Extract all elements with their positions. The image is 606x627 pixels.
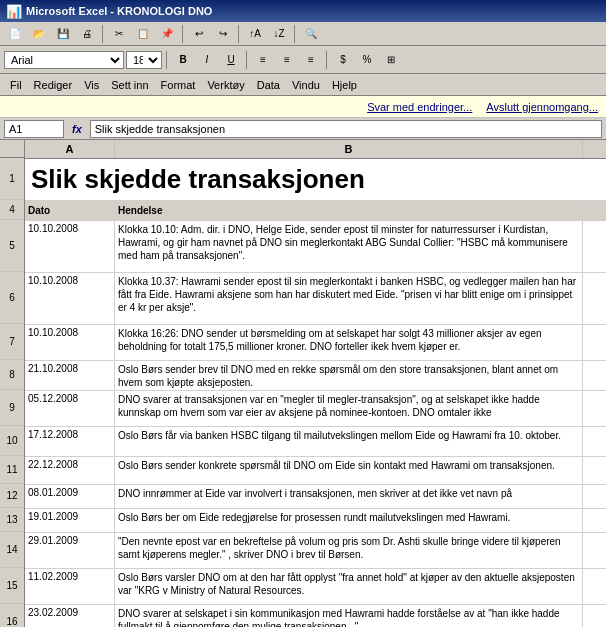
menu-vindu[interactable]: Vindu bbox=[286, 77, 326, 93]
bold-btn[interactable]: B bbox=[172, 49, 194, 71]
row-16: 23.02.2009 DNO svarer at selskapet i sin… bbox=[25, 605, 606, 627]
menu-data[interactable]: Data bbox=[251, 77, 286, 93]
undo-btn[interactable]: ↩ bbox=[188, 23, 210, 45]
cell-b15[interactable]: Oslo Børs varsler DNO om at den har fått… bbox=[115, 569, 583, 604]
align-center-btn[interactable]: ≡ bbox=[276, 49, 298, 71]
align-right-btn[interactable]: ≡ bbox=[300, 49, 322, 71]
cell-a8[interactable]: 21.10.2008 bbox=[25, 361, 115, 390]
menu-bar: Fil Rediger Vis Sett inn Format Verktøy … bbox=[0, 74, 606, 96]
cell-a13[interactable]: 19.01.2009 bbox=[25, 509, 115, 532]
menu-verktoy[interactable]: Verktøy bbox=[201, 77, 250, 93]
message-bar-actions: Svar med endringer... Avslutt gjennomgan… bbox=[367, 101, 598, 113]
cell-reference[interactable]: A1 bbox=[4, 120, 64, 138]
cell-b5[interactable]: Klokka 10.10: Adm. dir. i DNO, Helge Eid… bbox=[115, 221, 583, 272]
cell-a10[interactable]: 17.12.2008 bbox=[25, 427, 115, 456]
cell-a16[interactable]: 23.02.2009 bbox=[25, 605, 115, 627]
cell-b13[interactable]: Oslo Børs ber om Eide redegjørelse for p… bbox=[115, 509, 583, 532]
cell-a7[interactable]: 10.10.2008 bbox=[25, 325, 115, 360]
col-header-blank bbox=[0, 140, 24, 158]
formula-content[interactable]: Slik skjedde transaksjonen bbox=[90, 120, 602, 138]
menu-rediger[interactable]: Rediger bbox=[28, 77, 79, 93]
cell-b4[interactable]: Hendelse bbox=[115, 201, 583, 220]
cell-a4[interactable]: Dato bbox=[25, 201, 115, 220]
spreadsheet: 1 4 5 6 7 8 9 10 11 12 13 14 15 16 17 18… bbox=[0, 140, 606, 627]
title-bar-text: Microsoft Excel - KRONOLOGI DNO bbox=[26, 5, 212, 17]
row-14: 29.01.2009 "Den nevnte epost var en bekr… bbox=[25, 533, 606, 569]
cell-a15[interactable]: 11.02.2009 bbox=[25, 569, 115, 604]
merge-btn[interactable]: ⊞ bbox=[380, 49, 402, 71]
cell-a1[interactable]: Slik skjedde transaksjonen bbox=[25, 159, 583, 200]
menu-format[interactable]: Format bbox=[155, 77, 202, 93]
cell-b9[interactable]: DNO svarer at transaksjonen var en "megl… bbox=[115, 391, 583, 426]
svar-link[interactable]: Svar med endringer... bbox=[367, 101, 472, 113]
fx-label: fx bbox=[68, 123, 86, 135]
row-15: 11.02.2009 Oslo Børs varsler DNO om at d… bbox=[25, 569, 606, 605]
cell-b12[interactable]: DNO innrømmer at Eide var involvert i tr… bbox=[115, 485, 583, 508]
rownum-16: 16 bbox=[0, 604, 24, 627]
sep3 bbox=[238, 25, 240, 43]
rownum-12: 12 bbox=[0, 484, 24, 508]
cell-a9[interactable]: 05.12.2008 bbox=[25, 391, 115, 426]
italic-btn[interactable]: I bbox=[196, 49, 218, 71]
rownum-4: 4 bbox=[0, 200, 24, 220]
row-11: 22.12.2008 Oslo Børs sender konkrete spø… bbox=[25, 457, 606, 485]
title-bar: 📊 Microsoft Excel - KRONOLOGI DNO bbox=[0, 0, 606, 22]
menu-hjelp[interactable]: Hjelp bbox=[326, 77, 363, 93]
sort-desc-btn[interactable]: ↓Z bbox=[268, 23, 290, 45]
app-icon: 📊 bbox=[6, 4, 22, 19]
cell-a6[interactable]: 10.10.2008 bbox=[25, 273, 115, 324]
sep1 bbox=[102, 25, 104, 43]
menu-fil[interactable]: Fil bbox=[4, 77, 28, 93]
sort-asc-btn[interactable]: ↑A bbox=[244, 23, 266, 45]
rownum-5: 5 bbox=[0, 220, 24, 272]
zoom-btn[interactable]: 🔍 bbox=[300, 23, 322, 45]
cell-b8[interactable]: Oslo Børs sender brev til DNO med en rek… bbox=[115, 361, 583, 390]
cell-b16[interactable]: DNO svarer at selskapet i sin kommunikas… bbox=[115, 605, 583, 627]
currency-btn[interactable]: $ bbox=[332, 49, 354, 71]
rownum-15: 15 bbox=[0, 568, 24, 604]
row-1: Slik skjedde transaksjonen bbox=[25, 159, 606, 201]
row-13: 19.01.2009 Oslo Børs ber om Eide redegjø… bbox=[25, 509, 606, 533]
new-btn[interactable]: 📄 bbox=[4, 23, 26, 45]
col-header-a[interactable]: A bbox=[25, 140, 115, 158]
menu-sett-inn[interactable]: Sett inn bbox=[105, 77, 154, 93]
cell-b7[interactable]: Klokka 16:26: DNO sender ut børsmelding … bbox=[115, 325, 583, 360]
cell-b11[interactable]: Oslo Børs sender konkrete spørsmål til D… bbox=[115, 457, 583, 484]
rownum-13: 13 bbox=[0, 508, 24, 532]
cell-a5[interactable]: 10.10.2008 bbox=[25, 221, 115, 272]
rownum-6: 6 bbox=[0, 272, 24, 324]
save-btn[interactable]: 💾 bbox=[52, 23, 74, 45]
sep6 bbox=[246, 51, 248, 69]
size-selector[interactable]: 18 bbox=[126, 51, 162, 69]
rownum-9: 9 bbox=[0, 390, 24, 426]
cell-b10[interactable]: Oslo Børs får via banken HSBC tilgang ti… bbox=[115, 427, 583, 456]
align-left-btn[interactable]: ≡ bbox=[252, 49, 274, 71]
percent-btn[interactable]: % bbox=[356, 49, 378, 71]
cell-b6[interactable]: Klokka 10.37: Hawrami sender epost til s… bbox=[115, 273, 583, 324]
cell-b14[interactable]: "Den nevnte epost var en bekreftelse på … bbox=[115, 533, 583, 568]
redo-btn[interactable]: ↪ bbox=[212, 23, 234, 45]
cell-a11[interactable]: 22.12.2008 bbox=[25, 457, 115, 484]
rownum-7: 7 bbox=[0, 324, 24, 360]
sep7 bbox=[326, 51, 328, 69]
avslutt-link[interactable]: Avslutt gjennomgang... bbox=[486, 101, 598, 113]
row-12: 08.01.2009 DNO innrømmer at Eide var inv… bbox=[25, 485, 606, 509]
open-btn[interactable]: 📂 bbox=[28, 23, 50, 45]
underline-btn[interactable]: U bbox=[220, 49, 242, 71]
toolbar2: Arial 18 B I U ≡ ≡ ≡ $ % ⊞ bbox=[0, 46, 606, 74]
print-btn[interactable]: 🖨 bbox=[76, 23, 98, 45]
row-9: 05.12.2008 DNO svarer at transaksjonen v… bbox=[25, 391, 606, 427]
row-8: 21.10.2008 Oslo Børs sender brev til DNO… bbox=[25, 361, 606, 391]
copy-btn[interactable]: 📋 bbox=[132, 23, 154, 45]
col-headers: A B bbox=[25, 140, 606, 159]
cut-btn[interactable]: ✂ bbox=[108, 23, 130, 45]
row-headers: 1 4 5 6 7 8 9 10 11 12 13 14 15 16 17 18 bbox=[0, 140, 25, 627]
cell-a12[interactable]: 08.01.2009 bbox=[25, 485, 115, 508]
col-header-b[interactable]: B bbox=[115, 140, 583, 158]
paste-btn[interactable]: 📌 bbox=[156, 23, 178, 45]
cell-a14[interactable]: 29.01.2009 bbox=[25, 533, 115, 568]
sep2 bbox=[182, 25, 184, 43]
sep5 bbox=[166, 51, 168, 69]
menu-vis[interactable]: Vis bbox=[78, 77, 105, 93]
font-selector[interactable]: Arial bbox=[4, 51, 124, 69]
